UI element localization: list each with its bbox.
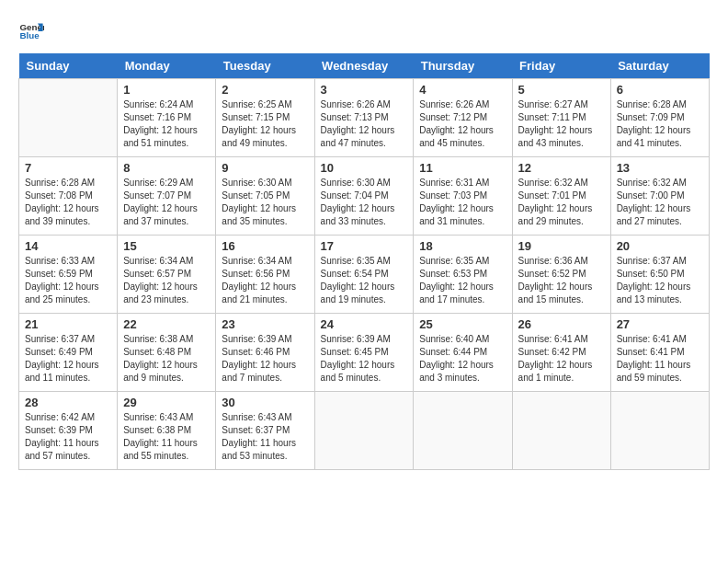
day-info: Sunrise: 6:31 AM Sunset: 7:03 PM Dayligh… — [419, 177, 506, 228]
calendar-cell: 15Sunrise: 6:34 AM Sunset: 6:57 PM Dayli… — [118, 236, 216, 314]
day-number: 8 — [123, 161, 210, 175]
calendar-cell: 23Sunrise: 6:39 AM Sunset: 6:46 PM Dayli… — [216, 314, 314, 392]
calendar-cell: 28Sunrise: 6:42 AM Sunset: 6:39 PM Dayli… — [19, 392, 118, 470]
calendar-cell: 9Sunrise: 6:30 AM Sunset: 7:05 PM Daylig… — [216, 157, 314, 236]
day-info: Sunrise: 6:35 AM Sunset: 6:53 PM Dayligh… — [419, 255, 506, 306]
calendar-cell: 7Sunrise: 6:28 AM Sunset: 7:08 PM Daylig… — [19, 157, 118, 236]
calendar-cell: 8Sunrise: 6:29 AM Sunset: 7:07 PM Daylig… — [118, 157, 216, 236]
calendar-cell: 18Sunrise: 6:35 AM Sunset: 6:53 PM Dayli… — [414, 236, 512, 314]
calendar-cell — [314, 392, 414, 470]
day-info: Sunrise: 6:38 AM Sunset: 6:48 PM Dayligh… — [123, 333, 210, 385]
calendar-cell: 1Sunrise: 6:24 AM Sunset: 7:16 PM Daylig… — [118, 79, 216, 157]
day-number: 21 — [25, 317, 111, 331]
day-info: Sunrise: 6:27 AM Sunset: 7:11 PM Dayligh… — [518, 98, 605, 150]
calendar-cell: 5Sunrise: 6:27 AM Sunset: 7:11 PM Daylig… — [512, 79, 610, 157]
day-info: Sunrise: 6:42 AM Sunset: 6:39 PM Dayligh… — [25, 411, 111, 463]
calendar-cell: 16Sunrise: 6:34 AM Sunset: 6:56 PM Dayli… — [216, 236, 314, 314]
day-info: Sunrise: 6:37 AM Sunset: 6:49 PM Dayligh… — [25, 333, 111, 385]
week-row-4: 21Sunrise: 6:37 AM Sunset: 6:49 PM Dayli… — [19, 314, 710, 392]
day-number: 13 — [617, 161, 703, 175]
day-number: 23 — [222, 317, 308, 331]
weekday-header-monday: Monday — [118, 53, 216, 79]
day-info: Sunrise: 6:43 AM Sunset: 6:38 PM Dayligh… — [123, 411, 210, 463]
calendar-cell: 19Sunrise: 6:36 AM Sunset: 6:52 PM Dayli… — [512, 236, 610, 314]
day-number: 1 — [123, 83, 210, 97]
calendar-cell: 13Sunrise: 6:32 AM Sunset: 7:00 PM Dayli… — [610, 157, 709, 236]
day-info: Sunrise: 6:30 AM Sunset: 7:04 PM Dayligh… — [321, 177, 408, 228]
day-number: 14 — [25, 239, 111, 253]
calendar-cell: 6Sunrise: 6:28 AM Sunset: 7:09 PM Daylig… — [610, 79, 709, 157]
day-number: 30 — [222, 396, 308, 409]
day-number: 29 — [123, 396, 210, 409]
day-info: Sunrise: 6:26 AM Sunset: 7:13 PM Dayligh… — [321, 98, 408, 150]
calendar-cell — [610, 392, 709, 470]
week-row-1: 1Sunrise: 6:24 AM Sunset: 7:16 PM Daylig… — [19, 79, 710, 157]
calendar-cell: 17Sunrise: 6:35 AM Sunset: 6:54 PM Dayli… — [314, 236, 414, 314]
calendar-cell: 22Sunrise: 6:38 AM Sunset: 6:48 PM Dayli… — [118, 314, 216, 392]
weekday-header-sunday: Sunday — [19, 53, 118, 79]
day-number: 12 — [518, 161, 605, 175]
logo: General Blue — [18, 18, 48, 44]
calendar-cell: 29Sunrise: 6:43 AM Sunset: 6:38 PM Dayli… — [118, 392, 216, 470]
header-row: SundayMondayTuesdayWednesdayThursdayFrid… — [19, 53, 710, 79]
calendar-cell: 26Sunrise: 6:41 AM Sunset: 6:42 PM Dayli… — [512, 314, 610, 392]
day-info: Sunrise: 6:34 AM Sunset: 6:57 PM Dayligh… — [123, 255, 210, 306]
weekday-header-wednesday: Wednesday — [314, 53, 414, 79]
weekday-header-tuesday: Tuesday — [216, 53, 314, 79]
week-row-5: 28Sunrise: 6:42 AM Sunset: 6:39 PM Dayli… — [19, 392, 710, 470]
day-number: 22 — [123, 317, 210, 331]
calendar-cell: 3Sunrise: 6:26 AM Sunset: 7:13 PM Daylig… — [314, 79, 414, 157]
day-info: Sunrise: 6:40 AM Sunset: 6:44 PM Dayligh… — [419, 333, 506, 385]
calendar-cell: 21Sunrise: 6:37 AM Sunset: 6:49 PM Dayli… — [19, 314, 118, 392]
day-info: Sunrise: 6:29 AM Sunset: 7:07 PM Dayligh… — [123, 177, 210, 228]
day-number: 19 — [518, 239, 605, 253]
day-number: 26 — [518, 317, 605, 331]
weekday-header-thursday: Thursday — [414, 53, 512, 79]
day-number: 11 — [419, 161, 506, 175]
calendar-table: SundayMondayTuesdayWednesdayThursdayFrid… — [18, 53, 710, 470]
day-info: Sunrise: 6:36 AM Sunset: 6:52 PM Dayligh… — [518, 255, 605, 306]
day-info: Sunrise: 6:34 AM Sunset: 6:56 PM Dayligh… — [222, 255, 308, 306]
day-info: Sunrise: 6:32 AM Sunset: 7:00 PM Dayligh… — [617, 177, 703, 228]
day-info: Sunrise: 6:37 AM Sunset: 6:50 PM Dayligh… — [617, 255, 703, 306]
day-info: Sunrise: 6:32 AM Sunset: 7:01 PM Dayligh… — [518, 177, 605, 228]
day-number: 18 — [419, 239, 506, 253]
day-number: 6 — [617, 83, 703, 97]
day-info: Sunrise: 6:28 AM Sunset: 7:08 PM Dayligh… — [25, 177, 111, 228]
day-number: 25 — [419, 317, 506, 331]
calendar-cell — [414, 392, 512, 470]
day-number: 3 — [321, 83, 408, 97]
day-number: 17 — [321, 239, 408, 253]
weekday-header-friday: Friday — [512, 53, 610, 79]
logo-icon: General Blue — [18, 18, 44, 44]
day-info: Sunrise: 6:43 AM Sunset: 6:37 PM Dayligh… — [222, 411, 308, 463]
day-info: Sunrise: 6:39 AM Sunset: 6:45 PM Dayligh… — [321, 333, 408, 385]
day-number: 4 — [419, 83, 506, 97]
calendar-cell: 12Sunrise: 6:32 AM Sunset: 7:01 PM Dayli… — [512, 157, 610, 236]
calendar-cell: 10Sunrise: 6:30 AM Sunset: 7:04 PM Dayli… — [314, 157, 414, 236]
day-info: Sunrise: 6:35 AM Sunset: 6:54 PM Dayligh… — [321, 255, 408, 306]
page-header: General Blue — [18, 18, 710, 44]
day-number: 15 — [123, 239, 210, 253]
day-number: 27 — [617, 317, 703, 331]
day-number: 9 — [222, 161, 308, 175]
calendar-cell: 25Sunrise: 6:40 AM Sunset: 6:44 PM Dayli… — [414, 314, 512, 392]
calendar-cell: 11Sunrise: 6:31 AM Sunset: 7:03 PM Dayli… — [414, 157, 512, 236]
day-info: Sunrise: 6:33 AM Sunset: 6:59 PM Dayligh… — [25, 255, 111, 306]
day-number: 16 — [222, 239, 308, 253]
day-info: Sunrise: 6:41 AM Sunset: 6:41 PM Dayligh… — [617, 333, 703, 385]
day-info: Sunrise: 6:26 AM Sunset: 7:12 PM Dayligh… — [419, 98, 506, 150]
calendar-cell — [512, 392, 610, 470]
day-info: Sunrise: 6:24 AM Sunset: 7:16 PM Dayligh… — [123, 98, 210, 150]
day-number: 2 — [222, 83, 308, 97]
day-info: Sunrise: 6:25 AM Sunset: 7:15 PM Dayligh… — [222, 98, 308, 150]
calendar-cell: 24Sunrise: 6:39 AM Sunset: 6:45 PM Dayli… — [314, 314, 414, 392]
calendar-cell: 2Sunrise: 6:25 AM Sunset: 7:15 PM Daylig… — [216, 79, 314, 157]
calendar-cell — [19, 79, 118, 157]
calendar-cell: 30Sunrise: 6:43 AM Sunset: 6:37 PM Dayli… — [216, 392, 314, 470]
day-number: 24 — [321, 317, 408, 331]
day-number: 10 — [321, 161, 408, 175]
calendar-cell: 27Sunrise: 6:41 AM Sunset: 6:41 PM Dayli… — [610, 314, 709, 392]
day-number: 5 — [518, 83, 605, 97]
day-number: 7 — [25, 161, 111, 175]
